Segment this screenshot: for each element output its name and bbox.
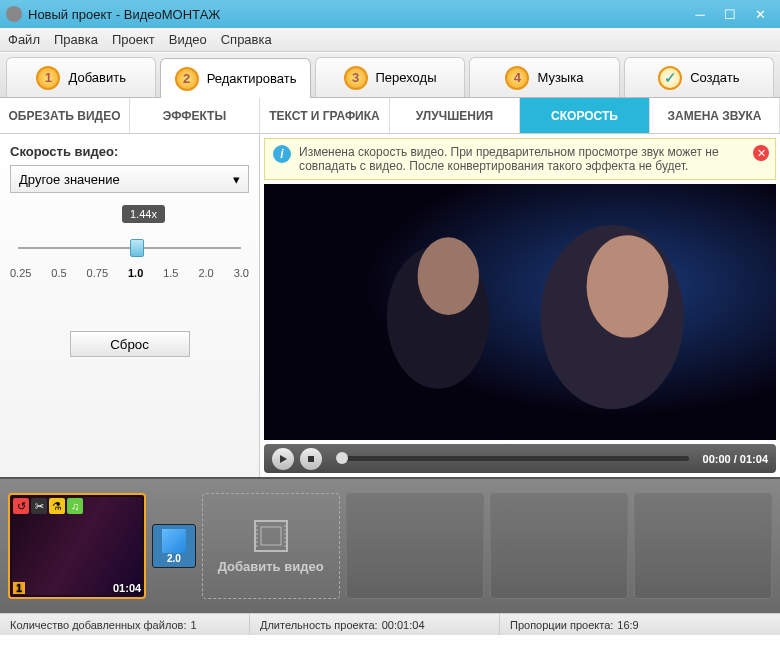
progress-bar[interactable] xyxy=(336,456,689,461)
status-ratio-label: Пропорции проекта: xyxy=(510,619,613,631)
clip-1[interactable]: ↺ ✂ ⚗ ♫ 1 01:04 xyxy=(8,493,146,599)
speed-select[interactable]: Другое значение▾ xyxy=(10,165,249,193)
close-notice-button[interactable]: ✕ xyxy=(753,145,769,161)
svg-rect-8 xyxy=(261,527,281,545)
speed-slider[interactable]: 1.44x 0.250.50.751.01.52.03.0 xyxy=(10,223,249,313)
close-button[interactable]: ✕ xyxy=(746,4,774,24)
play-button[interactable] xyxy=(272,448,294,470)
empty-slot xyxy=(490,493,628,599)
workflow-steps: 1Добавить 2Редактировать 3Переходы 4Музы… xyxy=(0,52,780,98)
window-title: Новый проект - ВидеоМОНТАЖ xyxy=(28,7,684,22)
menu-help[interactable]: Справка xyxy=(221,32,272,47)
film-icon xyxy=(251,519,291,553)
menu-edit[interactable]: Правка xyxy=(54,32,98,47)
app-icon xyxy=(6,6,22,22)
tab-effects[interactable]: ЭФФЕКТЫ xyxy=(130,98,260,133)
effect-icon: ⚗ xyxy=(49,498,65,514)
step-add[interactable]: 1Добавить xyxy=(6,57,156,97)
status-ratio-val: 16:9 xyxy=(617,619,638,631)
svg-point-5 xyxy=(418,237,479,315)
speed-tooltip: 1.44x xyxy=(122,205,165,223)
tab-speed[interactable]: СКОРОСТЬ xyxy=(520,98,650,133)
stop-button[interactable] xyxy=(300,448,322,470)
preview-frame xyxy=(264,184,776,440)
step-music[interactable]: 4Музыка xyxy=(469,57,619,97)
chevron-down-icon: ▾ xyxy=(233,172,240,187)
transition-slot[interactable]: 2.0 xyxy=(152,524,195,568)
tab-audio[interactable]: ЗАМЕНА ЗВУКА xyxy=(650,98,780,133)
slider-ticks: 0.250.50.751.01.52.03.0 xyxy=(10,267,249,279)
info-icon: i xyxy=(273,145,291,163)
step-transitions[interactable]: 3Переходы xyxy=(315,57,465,97)
reset-button[interactable]: Сброс xyxy=(70,331,190,357)
clip-duration: 01:04 xyxy=(113,582,141,594)
tab-crop[interactable]: ОБРЕЗАТЬ ВИДЕО xyxy=(0,98,130,133)
menubar: Файл Правка Проект Видео Справка xyxy=(0,28,780,52)
clip-index: 1 xyxy=(13,582,25,594)
titlebar: Новый проект - ВидеоМОНТАЖ ─ ☐ ✕ xyxy=(0,0,780,28)
time-display: 00:00 / 01:04 xyxy=(703,453,768,465)
music-icon: ♫ xyxy=(67,498,83,514)
svg-rect-7 xyxy=(255,521,287,551)
speed-notice: i Изменена скорость видео. При предварит… xyxy=(264,138,776,180)
edit-subtabs: ОБРЕЗАТЬ ВИДЕО ЭФФЕКТЫ ТЕКСТ И ГРАФИКА У… xyxy=(0,98,780,134)
notice-text: Изменена скорость видео. При предварител… xyxy=(299,145,767,173)
player-controls: 00:00 / 01:04 xyxy=(264,444,776,473)
sync-icon: ↺ xyxy=(13,498,29,514)
svg-rect-1 xyxy=(264,184,776,440)
svg-rect-6 xyxy=(308,456,314,462)
progress-head[interactable] xyxy=(336,452,348,464)
maximize-button[interactable]: ☐ xyxy=(716,4,744,24)
slider-thumb[interactable] xyxy=(130,239,144,257)
status-dur-label: Длительность проекта: xyxy=(260,619,378,631)
minimize-button[interactable]: ─ xyxy=(686,4,714,24)
status-files-val: 1 xyxy=(190,619,196,631)
status-files-label: Количество добавленных файлов: xyxy=(10,619,186,631)
status-dur-val: 00:01:04 xyxy=(382,619,425,631)
menu-project[interactable]: Проект xyxy=(112,32,155,47)
timeline: ↺ ✂ ⚗ ♫ 1 01:04 2.0 Добавить видео xyxy=(0,477,780,613)
step-create[interactable]: ✓Создать xyxy=(624,57,774,97)
tab-enhance[interactable]: УЛУЧШЕНИЯ xyxy=(390,98,520,133)
add-video-slot[interactable]: Добавить видео xyxy=(202,493,340,599)
speed-panel: Скорость видео: Другое значение▾ 1.44x 0… xyxy=(0,134,260,477)
empty-slot xyxy=(346,493,484,599)
svg-point-3 xyxy=(587,235,669,337)
cut-icon: ✂ xyxy=(31,498,47,514)
speed-label: Скорость видео: xyxy=(10,144,249,159)
menu-file[interactable]: Файл xyxy=(8,32,40,47)
step-edit[interactable]: 2Редактировать xyxy=(160,58,310,98)
video-preview xyxy=(264,184,776,440)
tab-text[interactable]: ТЕКСТ И ГРАФИКА xyxy=(260,98,390,133)
statusbar: Количество добавленных файлов: 1 Длитель… xyxy=(0,613,780,635)
empty-slot xyxy=(634,493,772,599)
menu-video[interactable]: Видео xyxy=(169,32,207,47)
